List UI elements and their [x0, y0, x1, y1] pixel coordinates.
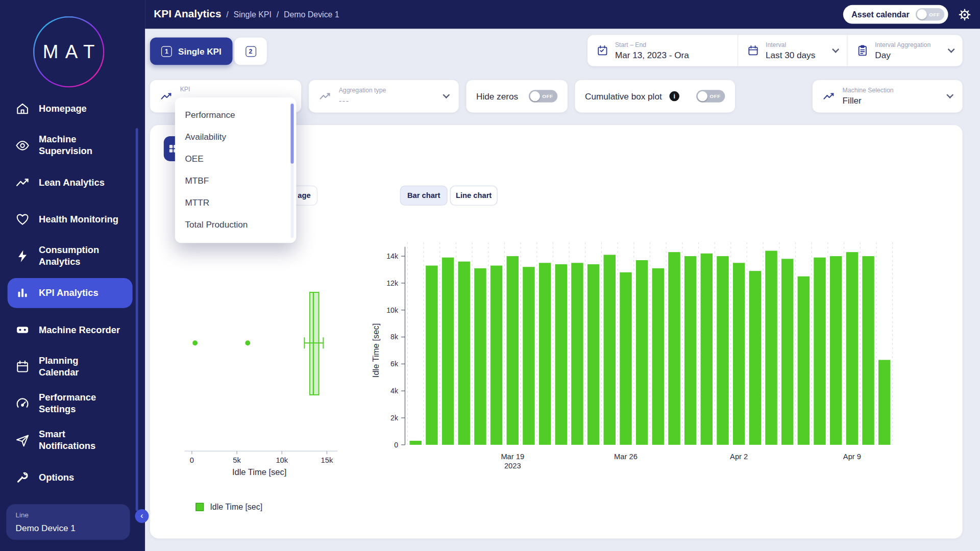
date-range-card: Start – End Mar 13, 2023 - Ora Interval …	[587, 35, 963, 66]
machine-selection-select[interactable]: Machine Selection Filler	[813, 80, 963, 113]
single-kpi-button[interactable]: 1 Single KPI	[150, 37, 233, 65]
svg-text:12k: 12k	[386, 279, 399, 287]
wrench-icon	[15, 470, 30, 485]
kpi-dropdown-menu: Performance Availability OEE MTBF MTTR T…	[175, 97, 297, 243]
trend-icon	[822, 90, 835, 102]
charts-canvas: 05k10k15kIdle Time [sec]02k4k6k8k10k12k1…	[150, 219, 963, 513]
trend-icon	[318, 90, 331, 102]
toggle-state: OFF	[542, 93, 553, 99]
eye-icon	[15, 138, 30, 153]
send-icon	[15, 433, 30, 448]
legend-swatch	[195, 503, 204, 511]
svg-text:0: 0	[394, 441, 398, 449]
sidebar-item-smart-notifications[interactable]: Smart Notifications	[8, 425, 133, 456]
asset-calendar-toggle[interactable]: OFF	[916, 8, 944, 20]
dropdown-scrollbar[interactable]	[290, 103, 293, 238]
sidebar-item-label: Options	[39, 471, 74, 483]
home-icon	[15, 101, 30, 116]
kpi-label: KPI	[180, 86, 190, 92]
date-range-picker[interactable]: Start – End Mar 13, 2023 - Ora	[587, 35, 738, 66]
interval-aggregation-select[interactable]: Interval Aggregation Day	[847, 35, 963, 66]
sidebar-item-health-monitoring[interactable]: Health Monitoring	[8, 204, 133, 234]
sidebar-scrollbar[interactable]	[136, 128, 138, 511]
sidebar-item-performance-settings[interactable]: Performance Settings	[8, 389, 133, 419]
bar-chart-icon	[15, 286, 30, 300]
sidebar-collapse-button[interactable]	[135, 509, 149, 523]
svg-text:Idle Time [sec]: Idle Time [sec]	[371, 323, 381, 378]
start-end-value: Mar 13, 2023 - Ora	[615, 50, 689, 60]
sidebar-item-kpi-analytics[interactable]: KPI Analytics	[8, 278, 133, 308]
cumulative-box-plot-control: Cumulative box plot i OFF	[575, 80, 735, 113]
svg-text:10k: 10k	[276, 456, 288, 464]
aggregation-type-select[interactable]: Aggregation type ---	[309, 80, 459, 113]
page-title: KPI Analytics	[154, 8, 221, 20]
hide-zeros-label: Hide zeros	[476, 91, 518, 102]
sidebar-item-label: Machine Recorder	[39, 324, 120, 336]
svg-text:6k: 6k	[390, 360, 399, 368]
sidebar-item-machine-recorder[interactable]: Machine Recorder	[8, 315, 133, 345]
kpi-option-mtbf[interactable]: MTBF	[175, 169, 297, 191]
svg-text:Idle Time [sec]: Idle Time [sec]	[232, 467, 286, 477]
aggregation-type-value: ---	[339, 95, 386, 106]
cumulative-toggle[interactable]: OFF	[696, 90, 725, 102]
kpi-option-total-production[interactable]: Total Production	[175, 213, 297, 235]
svg-text:2k: 2k	[390, 414, 399, 422]
machine-selection-label: Machine Selection	[843, 87, 894, 93]
bar-chart-button[interactable]: Bar chart	[400, 186, 448, 206]
sidebar-nav: Homepage Machine Supervision Lean Analyt…	[8, 94, 133, 492]
device-name: Demo Device 1	[16, 523, 121, 533]
svg-text:2023: 2023	[504, 462, 521, 470]
svg-text:14k: 14k	[386, 252, 399, 260]
line-chart-button[interactable]: Line chart	[450, 186, 498, 206]
svg-text:Mar 26: Mar 26	[614, 453, 638, 461]
bolt-icon	[15, 248, 30, 263]
multi-kpi-button[interactable]: 2	[234, 37, 267, 65]
calendar-icon	[747, 44, 759, 57]
clipboard-icon	[856, 44, 869, 57]
device-type-label: Line	[16, 511, 121, 519]
hide-zeros-toggle[interactable]: OFF	[529, 90, 557, 102]
toggle-state: OFF	[709, 93, 720, 99]
svg-text:8k: 8k	[390, 333, 399, 341]
toggle-knob	[917, 9, 927, 19]
interval-aggregation-value: Day	[875, 50, 930, 60]
kpi-option-performance[interactable]: Performance	[175, 104, 297, 126]
main-content: 1 Single KPI 2 Start – End Mar 13, 2023 …	[145, 29, 980, 551]
calendar-icon	[15, 359, 30, 374]
brand-logo-text: MAT	[36, 41, 102, 63]
device-card[interactable]: Line Demo Device 1	[6, 504, 130, 540]
start-end-label: Start – End	[615, 41, 689, 48]
interval-value: Last 30 days	[766, 50, 815, 60]
sidebar-item-label: Health Monitoring	[39, 213, 118, 225]
sidebar-item-machine-supervision[interactable]: Machine Supervision	[8, 131, 133, 161]
sidebar-item-consumption-analytics[interactable]: Consumption Analytics	[8, 241, 133, 271]
svg-text:Mar 19: Mar 19	[501, 453, 524, 461]
asset-calendar-pill[interactable]: Asset calendar OFF	[843, 5, 948, 24]
chevron-down-icon	[832, 46, 839, 53]
breadcrumb-separator: /	[277, 10, 279, 19]
sidebar-item-label: Smart Notifications	[39, 429, 105, 452]
sidebar: MAT Homepage Machine Supervision Lean An…	[0, 0, 145, 551]
breadcrumb-device: Demo Device 1	[284, 10, 339, 19]
sidebar-item-label: Consumption Analytics	[39, 244, 105, 268]
chevron-down-icon	[443, 91, 450, 98]
kpi-option-availability[interactable]: Availability	[175, 126, 297, 147]
recorder-icon	[15, 322, 30, 337]
interval-label: Interval	[766, 41, 815, 48]
kpi-option-oee[interactable]: OEE	[175, 147, 297, 169]
gear-icon[interactable]	[958, 8, 971, 21]
info-icon[interactable]: i	[669, 91, 679, 102]
dropdown-scrollbar-thumb[interactable]	[290, 104, 293, 164]
kpi-option-mttr[interactable]: MTTR	[175, 191, 297, 213]
interval-select[interactable]: Interval Last 30 days	[738, 35, 847, 66]
svg-text:Apr 2: Apr 2	[730, 453, 748, 461]
sidebar-item-label: Lean Analytics	[39, 177, 105, 188]
sidebar-item-planning-calendar[interactable]: Planning Calendar	[8, 352, 133, 382]
machine-selection-value: Filler	[843, 95, 894, 106]
sidebar-item-homepage[interactable]: Homepage	[8, 94, 133, 124]
sidebar-item-lean-analytics[interactable]: Lean Analytics	[8, 167, 133, 197]
svg-text:15k: 15k	[321, 456, 333, 464]
toggle-knob	[530, 91, 540, 102]
sidebar-item-options[interactable]: Options	[8, 462, 133, 492]
single-kpi-label: Single KPI	[178, 46, 222, 57]
